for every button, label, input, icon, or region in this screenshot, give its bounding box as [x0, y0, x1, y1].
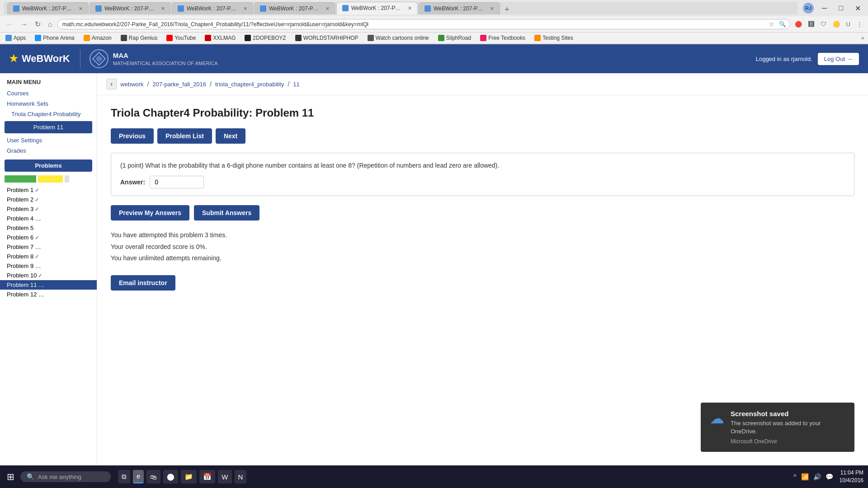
- address-icons: ☆ 🔍: [769, 21, 785, 28]
- browser-tab-2[interactable]: WeBWorK : 207-Park... ✕: [90, 2, 171, 14]
- bookmark-phone[interactable]: Phone Arena: [33, 34, 76, 42]
- answer-input[interactable]: [150, 176, 204, 188]
- extension-icon-3[interactable]: 🛡: [821, 21, 826, 28]
- search-icon[interactable]: 🔍: [779, 21, 785, 28]
- notification-icon[interactable]: 💬: [826, 473, 833, 480]
- new-tab-button[interactable]: +: [501, 5, 513, 14]
- email-instructor-button[interactable]: Email instructor: [111, 275, 175, 291]
- sidebar-triola-chapter4[interactable]: Triola Chapter4 Probability: [0, 109, 97, 119]
- browser-tab-3[interactable]: WeBWorK : 207-Park... ✕: [172, 2, 253, 14]
- sidebar-courses[interactable]: Courses: [0, 88, 97, 99]
- problem-list-item-1[interactable]: Problem 1 ✓: [0, 185, 97, 195]
- problem-list-item-5[interactable]: Problem 5: [0, 223, 97, 233]
- reload-button[interactable]: ↻: [33, 19, 43, 30]
- back-button[interactable]: ←: [4, 19, 15, 30]
- logout-button[interactable]: Log Out →: [818, 53, 859, 65]
- taskbar-right: ^ 📶 🔊 💬 11:04 PM 10/4/2016: [793, 469, 863, 480]
- problem-check-3: ✓: [35, 206, 39, 212]
- problem-list-item-3[interactable]: Problem 3 ✓: [0, 204, 97, 214]
- bookmark-2dope[interactable]: 2DOPEBOYZ: [243, 34, 288, 42]
- problem-list-item-6[interactable]: Problem 6 ✓: [0, 233, 97, 242]
- search-icon: 🔍: [27, 473, 34, 480]
- more-bookmarks[interactable]: »: [861, 35, 864, 41]
- breadcrumb-set[interactable]: triola_chapter4_probability: [215, 81, 284, 88]
- clock-date: 10/4/2016: [840, 477, 863, 480]
- problem-check-10: ✓: [38, 272, 42, 279]
- tab-close-2[interactable]: ✕: [161, 6, 165, 12]
- breadcrumb-problem[interactable]: 11: [293, 81, 299, 88]
- tab-close-5[interactable]: ✕: [408, 5, 412, 11]
- problem-list-item-11[interactable]: Problem 11 …: [0, 280, 97, 290]
- bookmark-textbooks[interactable]: Free Textbooks: [478, 34, 527, 42]
- extension-icon-4[interactable]: 🟡: [833, 21, 840, 28]
- browser-tab-4[interactable]: WeBWorK : 207-Park... ✕: [254, 2, 335, 14]
- breadcrumb-webwork[interactable]: webwork: [120, 81, 143, 88]
- problem-list-item-2[interactable]: Problem 2 ✓: [0, 195, 97, 204]
- problem-list-button[interactable]: Problem List: [157, 128, 212, 144]
- browser-tab-5[interactable]: WeBWorK : 207-Park... ✕: [336, 2, 418, 14]
- tab-close-4[interactable]: ✕: [326, 6, 330, 12]
- attempt-info: You have attempted this problem 3 times.…: [111, 230, 854, 264]
- problem-list-item-9[interactable]: Problem 9 …: [0, 261, 97, 271]
- start-button[interactable]: ⊞: [5, 469, 17, 480]
- bookmark-youtube[interactable]: YouTube: [165, 34, 198, 42]
- bookmark-watch[interactable]: Watch cartoons online: [366, 34, 431, 42]
- breadcrumb-back-button[interactable]: ‹: [106, 79, 117, 89]
- bookmark-testing[interactable]: Testing Sites: [533, 34, 575, 42]
- minimize-button[interactable]: ─: [818, 3, 830, 13]
- bookmark-apps[interactable]: Apps: [4, 34, 28, 42]
- problem-list-item-4[interactable]: Problem 4 …: [0, 214, 97, 223]
- edge-browser-icon[interactable]: e: [133, 470, 144, 480]
- tab-close-1[interactable]: ✕: [79, 6, 83, 12]
- bookmark-apps-label: Apps: [14, 35, 26, 41]
- file-explorer-icon[interactable]: 📁: [181, 470, 197, 480]
- extension-icon-5[interactable]: U: [846, 21, 850, 28]
- problem-list-item-12[interactable]: Problem 12 …: [0, 290, 97, 299]
- close-button[interactable]: ✕: [851, 3, 864, 14]
- bookmark-phone-label: Phone Arena: [43, 35, 74, 41]
- sidebar-problem11[interactable]: Problem 11: [5, 121, 92, 133]
- search-input[interactable]: [38, 474, 97, 480]
- onenote-icon[interactable]: N: [235, 470, 247, 480]
- extension-icon-1[interactable]: 🔴: [795, 21, 802, 28]
- breadcrumb-course[interactable]: 207-parke_fall_2016: [153, 81, 207, 88]
- sidebar-grades[interactable]: Grades: [0, 145, 97, 156]
- bookmark-amazon[interactable]: Amazon: [82, 34, 113, 42]
- extension-icon-2[interactable]: 🅱: [808, 21, 814, 28]
- task-view-button[interactable]: ⧉: [118, 470, 130, 480]
- tab-close-3[interactable]: ✕: [243, 6, 247, 12]
- browser-tab-6[interactable]: WeBWorK : 207-Park... ✕: [419, 2, 500, 14]
- calendar-icon[interactable]: 📅: [199, 470, 215, 480]
- search-bar[interactable]: 🔍: [20, 471, 111, 480]
- chevron-up-icon[interactable]: ^: [793, 473, 797, 480]
- address-bar[interactable]: math.mc.edu/webwork2/207-Parke_Fall_2016…: [57, 19, 790, 29]
- breadcrumb-sep-3: /: [288, 80, 289, 88]
- browser-tab-1[interactable]: WeBWorK : 207-Park... ✕: [7, 2, 89, 14]
- tab-close-6[interactable]: ✕: [490, 6, 494, 12]
- clock[interactable]: 11:04 PM 10/4/2016: [840, 469, 863, 480]
- previous-button[interactable]: Previous: [111, 128, 154, 144]
- bookmark-wshh[interactable]: WORLDSTARHIPHOP: [293, 34, 360, 42]
- home-button[interactable]: ⌂: [46, 19, 55, 30]
- problem-list-item-7[interactable]: Problem 7 …: [0, 242, 97, 252]
- preview-answers-button[interactable]: Preview My Answers: [111, 205, 189, 221]
- next-button[interactable]: Next: [216, 128, 245, 144]
- star-bookmark-icon[interactable]: ☆: [769, 21, 775, 28]
- forward-button[interactable]: →: [18, 19, 30, 30]
- store-icon[interactable]: 🛍: [146, 470, 160, 480]
- bookmark-xxl[interactable]: XXLMAG: [203, 34, 237, 42]
- sidebar-homework-sets[interactable]: Homework Sets: [0, 99, 97, 109]
- bookmark-rap[interactable]: Rap Genius: [119, 34, 159, 42]
- maximize-button[interactable]: □: [835, 3, 847, 13]
- problem-list-item-8[interactable]: Problem 8 ✓: [0, 252, 97, 261]
- chrome-icon[interactable]: ⬤: [163, 470, 178, 480]
- word-icon[interactable]: W: [218, 470, 231, 480]
- tab-title-1: WeBWorK : 207-Park...: [22, 5, 74, 12]
- menu-icon[interactable]: ⋮: [857, 21, 863, 28]
- bookmark-silph[interactable]: SilphRoad: [436, 34, 473, 42]
- volume-icon[interactable]: 🔊: [813, 473, 821, 480]
- sidebar-user-settings[interactable]: User Settings: [0, 135, 97, 145]
- submit-answers-button[interactable]: Submit Answers: [194, 205, 259, 221]
- problem-list-item-10[interactable]: Problem 10 ✓: [0, 271, 97, 280]
- network-icon[interactable]: 📶: [801, 473, 809, 480]
